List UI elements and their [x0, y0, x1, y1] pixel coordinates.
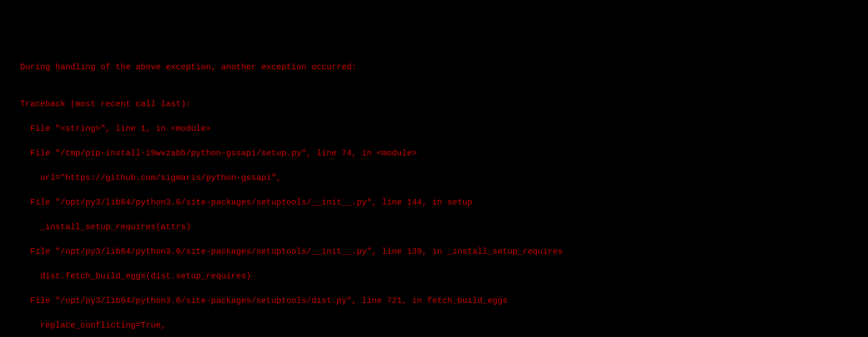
- traceback-line: During handling of the above exception, …: [0, 61, 868, 74]
- traceback-line: url="https://github.com/sigmaris/python-…: [0, 172, 868, 184]
- traceback-line: Traceback (most recent call last):: [0, 98, 868, 111]
- traceback-line: File "/opt/py3/lib64/python3.6/site-pack…: [0, 197, 868, 209]
- terminal-output[interactable]: During handling of the above exception, …: [0, 49, 868, 337]
- traceback-line: dist.fetch_build_eggs(dist.setup_require…: [0, 270, 868, 283]
- traceback-line: _install_setup_requires(attrs): [0, 221, 868, 234]
- traceback-line: File "<string>", line 1, in <module>: [0, 123, 868, 135]
- traceback-line: File "/opt/py3/lib64/python3.6/site-pack…: [0, 246, 868, 258]
- traceback-line: File "/opt/py3/lib64/python3.6/site-pack…: [0, 295, 868, 307]
- traceback-line: File "/tmp/pip-install-i9wvzabb/python-g…: [0, 148, 868, 160]
- traceback-line: replace_conflicting=True,: [0, 320, 868, 332]
